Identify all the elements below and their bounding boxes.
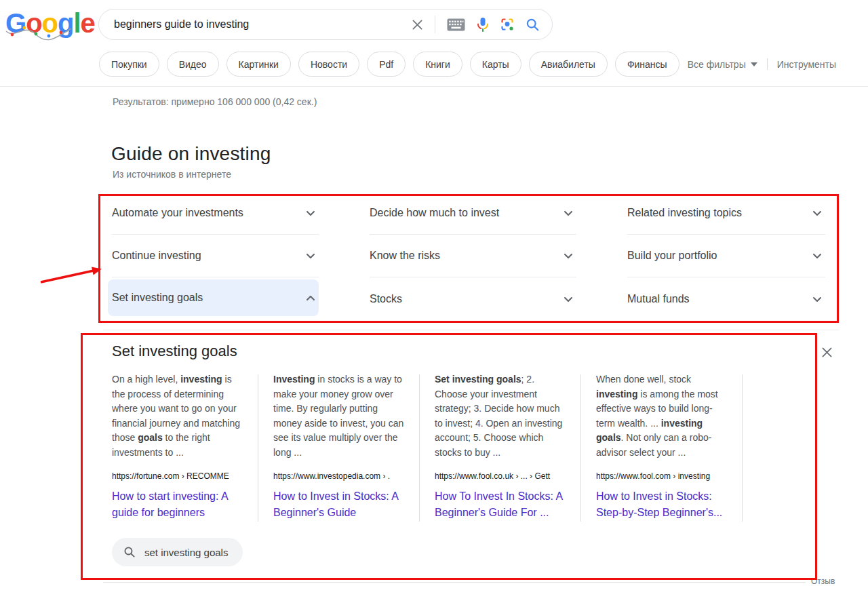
chevron-down-icon — [751, 62, 757, 66]
google-doodle-logo[interactable]: Google — [5, 5, 75, 43]
search-query-text[interactable]: beginners guide to investing — [114, 18, 412, 31]
accordion-item-mutual-funds[interactable]: Mutual funds — [627, 277, 825, 320]
guide-subtitle: Из источников в интернете — [113, 169, 231, 180]
accordion-item-stocks[interactable]: Stocks — [370, 277, 576, 320]
close-panel-button[interactable] — [820, 345, 834, 362]
tab-карты[interactable]: Карты — [470, 52, 521, 77]
result-type-tabs: ПокупкиВидеоКартинкиНовостиPdfКнигиКарты… — [99, 52, 679, 77]
card-divider — [258, 374, 258, 522]
panel-title: Set investing goals — [112, 343, 790, 360]
card-divider — [419, 374, 420, 522]
accordion-label: Stocks — [370, 293, 402, 305]
result-url: https://fortune.com › RECOMME — [112, 471, 243, 481]
logo-letter: e — [81, 8, 95, 38]
logo-letter: l — [73, 8, 80, 38]
results-stats: Результатов: примерно 106 000 000 (0,42 … — [113, 96, 317, 107]
card-divider — [580, 374, 581, 522]
tab-новости[interactable]: Новости — [298, 52, 359, 77]
accordion-label: Know the risks — [370, 250, 440, 262]
filters-area: Все фильтры Инструменты — [688, 52, 836, 77]
accordion-item-know-the-risks[interactable]: Know the risks — [370, 235, 576, 277]
tab-pdf[interactable]: Pdf — [367, 52, 406, 77]
result-url: https://www.investopedia.com › . — [273, 471, 404, 481]
expanded-panel: Set investing goals On a high level, inv… — [112, 343, 790, 360]
result-title-link[interactable]: How to Invest in Stocks: Step-by-Step Be… — [596, 488, 727, 521]
tools-button[interactable]: Инструменты — [777, 59, 836, 70]
annotation-arrow — [27, 261, 108, 292]
accordion-item-automate-your-investments[interactable]: Automate your investments — [112, 192, 319, 235]
result-card: Set investing goals; 2. Choose your inve… — [435, 372, 566, 530]
chevron-down-icon — [809, 248, 825, 264]
google-lens-icon[interactable] — [500, 18, 514, 31]
chevron-down-icon — [302, 205, 319, 221]
section-divider — [103, 330, 839, 330]
accordion-item-build-your-portfolio[interactable]: Build your portfolio — [627, 235, 825, 277]
result-snippet: On a high level, investing is the proces… — [112, 372, 243, 460]
chevron-down-icon — [560, 291, 576, 307]
tab-покупки[interactable]: Покупки — [99, 52, 159, 77]
accordion-label: Build your portfolio — [627, 250, 717, 262]
result-url: https://www.fool.co.uk › ... › Gett — [435, 471, 566, 481]
bottom-divider — [103, 582, 806, 583]
card-divider — [742, 374, 743, 522]
accordion-item-decide-how-much-to-invest[interactable]: Decide how much to invest — [370, 192, 576, 235]
voice-search-mic-icon[interactable] — [477, 17, 489, 33]
tab-финансы[interactable]: Финансы — [615, 52, 679, 77]
result-title-link[interactable]: How To Invest In Stocks: A Beginner's Gu… — [435, 488, 566, 521]
all-filters-label: Все фильтры — [688, 59, 746, 70]
guide-title: Guide on investing — [111, 143, 271, 165]
result-title-link[interactable]: How to Invest in Stocks: A Beginner's Gu… — [273, 488, 404, 521]
related-search-chip[interactable]: set investing goals — [112, 538, 243, 566]
result-title-link[interactable]: How to start investing: A guide for begi… — [112, 488, 243, 521]
search-header: Google beginners guide to investing — [0, 0, 868, 87]
accordion-label: Mutual funds — [627, 293, 690, 305]
accordion-label: Set investing goals — [112, 292, 203, 304]
search-input[interactable]: beginners guide to investing — [98, 9, 553, 40]
result-snippet: Set investing goals; 2. Choose your inve… — [435, 372, 566, 460]
accordion-item-related-investing-topics[interactable]: Related investing topics — [627, 192, 825, 235]
result-card: On a high level, investing is the proces… — [112, 372, 243, 530]
accordion-label: Continue investing — [112, 250, 201, 262]
feedback-link[interactable]: Отзыв — [811, 577, 835, 586]
result-snippet: When done well, stock investing is among… — [596, 372, 727, 460]
result-card: When done well, stock investing is among… — [596, 372, 727, 530]
accordion-label: Automate your investments — [112, 207, 243, 219]
result-snippet: Investing in stocks is a way to make you… — [273, 372, 404, 460]
search-bar-icons — [412, 16, 540, 33]
result-url: https://www.fool.com › investing — [596, 471, 727, 481]
close-icon — [821, 347, 833, 358]
clear-search-icon[interactable] — [412, 19, 423, 31]
chevron-up-icon — [302, 290, 319, 306]
chevron-down-icon — [560, 205, 576, 221]
chevron-down-icon — [302, 248, 319, 264]
result-cards: On a high level, investing is the proces… — [112, 372, 757, 530]
accordion-label: Related investing topics — [627, 207, 742, 219]
chevron-down-icon — [809, 205, 825, 221]
accordion-grid: Automate your investmentsDecide how much… — [112, 192, 825, 320]
accordion-item-continue-investing[interactable]: Continue investing — [112, 235, 319, 277]
result-card: Investing in stocks is a way to make you… — [273, 372, 404, 530]
chip-label: set investing goals — [144, 547, 228, 558]
search-bar-divider — [435, 16, 435, 33]
doodle-lights-decoration — [5, 16, 73, 43]
tab-видео[interactable]: Видео — [167, 52, 219, 77]
all-filters-button[interactable]: Все фильтры — [688, 59, 757, 70]
chevron-down-icon — [560, 248, 576, 264]
accordion-label: Decide how much to invest — [370, 207, 499, 219]
tab-картинки[interactable]: Картинки — [226, 52, 291, 77]
search-submit-icon[interactable] — [526, 18, 540, 32]
tab-книги[interactable]: Книги — [413, 52, 462, 77]
tab-авиабилеты[interactable]: Авиабилеты — [529, 52, 608, 77]
chevron-down-icon — [809, 291, 825, 307]
keyboard-icon[interactable] — [447, 18, 465, 31]
accordion-item-set-investing-goals[interactable]: Set investing goals — [112, 277, 319, 320]
google-serp-page: Google beginners guide to investing — [0, 0, 868, 605]
search-icon — [123, 546, 136, 558]
filters-divider — [767, 58, 768, 70]
